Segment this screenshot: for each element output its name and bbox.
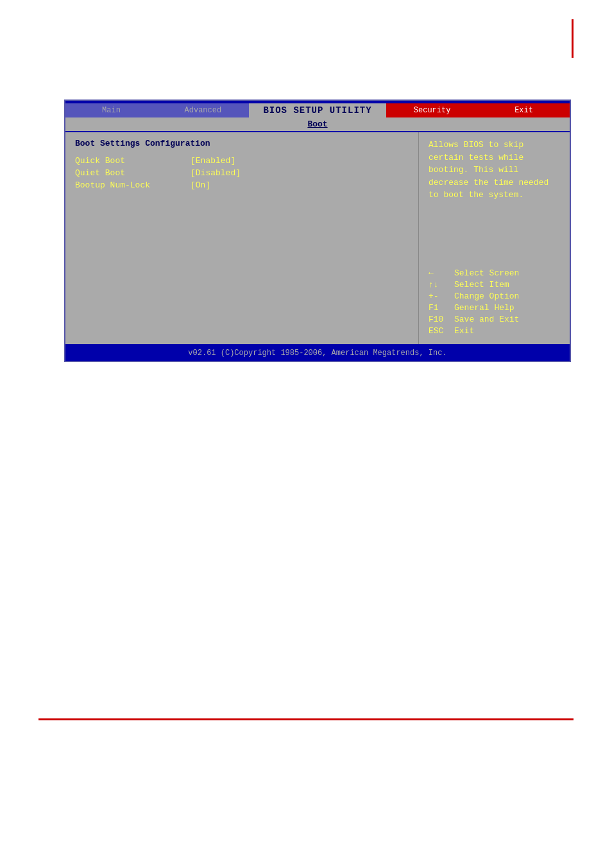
bios-body: Boot Settings Configuration Quick Boot [… [65,132,570,344]
key-row-select-item: ↑↓ Select Item [429,280,560,290]
key-row-change-option: +- Change Option [429,291,560,301]
key-symbol-left: ← [429,268,454,278]
setting-name-quiet-boot[interactable]: Quiet Boot [75,168,178,178]
key-desc-esc: Exit [454,326,474,336]
table-row: Bootup Num-Lock [On] [75,180,409,190]
key-row-general-help: F1 General Help [429,303,560,313]
key-desc-select-screen: Select Screen [454,268,519,278]
section-title: Boot Settings Configuration [75,139,409,148]
bios-footer: v02.61 (C)Copyright 1985-2006, American … [65,344,570,361]
bios-window: Main Advanced BIOS SETUP UTILITY Securit… [64,100,571,362]
key-symbol-esc: ESC [429,326,454,336]
nav-tab-main[interactable]: Main [97,105,126,116]
setting-value-bootup-numlock[interactable]: [On] [191,180,210,190]
table-row: Quiet Boot [Disabled] [75,168,409,178]
table-row: Quick Boot [Enabled] [75,156,409,166]
bios-title: BIOS SETUP UTILITY [258,104,377,117]
top-right-decoration [572,19,574,58]
help-panel: Allows BIOS to skip certain tests while … [419,132,570,344]
footer-text: v02.61 (C)Copyright 1985-2006, American … [188,349,446,358]
settings-panel: Boot Settings Configuration Quick Boot [… [65,132,419,344]
active-tab-label[interactable]: Boot [307,119,327,129]
nav-tab-security[interactable]: Security [409,105,456,116]
key-symbol-f1: F1 [429,303,454,313]
key-row-select-screen: ← Select Screen [429,268,560,278]
key-bindings: ← Select Screen ↑↓ Select Item +- Change… [429,268,560,338]
key-desc-change-option: Change Option [454,291,519,301]
bios-header: Main Advanced BIOS SETUP UTILITY Securit… [65,101,570,132]
key-row-esc: ESC Exit [429,326,560,336]
key-desc-select-item: Select Item [454,280,509,290]
active-tab-bar: Boot [65,117,570,131]
key-symbol-f10: F10 [429,315,454,324]
setting-value-quiet-boot[interactable]: [Disabled] [191,168,241,178]
key-desc-general-help: General Help [454,303,514,313]
header-segments: Main Advanced BIOS SETUP UTILITY Securit… [65,103,570,117]
setting-name-quick-boot[interactable]: Quick Boot [75,156,178,166]
key-symbol-plusminus: +- [429,291,454,301]
key-symbol-updown: ↑↓ [429,280,454,290]
key-desc-save-exit: Save and Exit [454,315,519,324]
nav-tab-advanced[interactable]: Advanced [180,105,227,116]
setting-name-bootup-numlock[interactable]: Bootup Num-Lock [75,180,178,190]
setting-value-quick-boot[interactable]: [Enabled] [191,156,235,166]
key-row-save-exit: F10 Save and Exit [429,315,560,324]
bottom-decoration [38,718,574,720]
help-text: Allows BIOS to skip certain tests while … [429,139,560,202]
nav-tab-exit[interactable]: Exit [509,105,538,116]
